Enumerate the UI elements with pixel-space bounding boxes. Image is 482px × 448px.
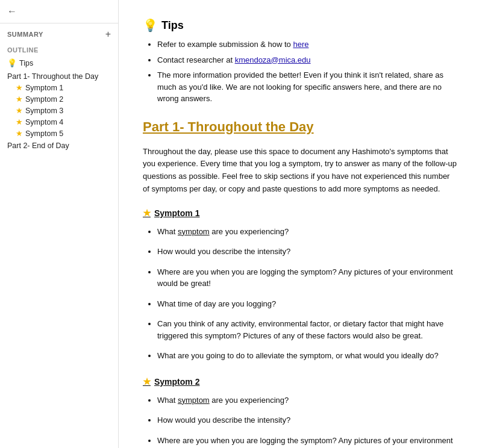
sidebar-part2-label[interactable]: Part 2- End of Day bbox=[7, 139, 111, 151]
symptom1-q4: What time of day are you logging? bbox=[157, 298, 458, 310]
star-icon: ★ bbox=[16, 95, 23, 104]
tips-item-1: Refer to example submission & how to her… bbox=[157, 39, 458, 51]
email-link[interactable]: kmendoza@mica.edu bbox=[235, 55, 311, 64]
symptom1-heading: ★ Symptom 1 bbox=[143, 208, 458, 219]
star-icon: ★ bbox=[16, 83, 23, 92]
symptom1-q5: Can you think of any activity, environme… bbox=[157, 318, 458, 341]
sidebar-item-symptom5[interactable]: ★ Symptom 5 bbox=[16, 128, 111, 139]
sidebar-item-symptom1[interactable]: ★ Symptom 1 bbox=[16, 82, 111, 93]
star-icon: ★ bbox=[16, 117, 23, 126]
tips-list: Refer to example submission & how to her… bbox=[143, 39, 458, 105]
outline-label: OUTLINE bbox=[7, 46, 111, 54]
sidebar-part1-label[interactable]: Part 1- Throughout the Day bbox=[7, 70, 111, 82]
summary-label: SUMMARY bbox=[7, 31, 43, 38]
tips-item-2: Contact researcher at kmendoza@mica.edu bbox=[157, 54, 458, 66]
symptom1-star-icon: ★ bbox=[143, 208, 151, 219]
symptom2-heading: ★ Symptom 2 bbox=[143, 376, 458, 387]
back-button[interactable]: ← bbox=[7, 6, 17, 17]
symptom1-q3: Where are you when you are logging the s… bbox=[157, 266, 458, 290]
main-content: 💡 Tips Refer to example submission & how… bbox=[119, 0, 482, 448]
symptom2-q2: How would you describe the intensity? bbox=[157, 414, 458, 426]
symptom2-q1: What symptom are you experiencing? bbox=[157, 394, 458, 406]
here-link[interactable]: here bbox=[293, 40, 308, 49]
symptom2-questions: What symptom are you experiencing? How w… bbox=[143, 394, 458, 448]
bulb-icon: 💡 bbox=[7, 58, 17, 67]
part1-heading: Part 1- Throughout the Day bbox=[143, 119, 458, 137]
symptom2-q3: Where are you when you are logging the s… bbox=[157, 435, 458, 448]
part1-description: Throughout the day, please use this spac… bbox=[143, 146, 458, 196]
sidebar-top: ← bbox=[0, 0, 118, 23]
sidebar-item-symptom2[interactable]: ★ Symptom 2 bbox=[16, 93, 111, 105]
symptom-list: ★ Symptom 1 ★ Symptom 2 ★ Symptom 3 ★ Sy… bbox=[7, 82, 111, 139]
tips-item-3: The more information provided the better… bbox=[157, 69, 458, 105]
symptom1-questions: What symptom are you experiencing? How w… bbox=[143, 226, 458, 362]
tips-heading: 💡 Tips bbox=[143, 18, 458, 33]
symptom1-q1: What symptom are you experiencing? bbox=[157, 226, 458, 238]
sidebar-item-tips[interactable]: 💡 Tips bbox=[7, 57, 111, 70]
sidebar: ← SUMMARY + OUTLINE 💡 Tips Part 1- Throu… bbox=[0, 0, 119, 448]
outline-section: OUTLINE 💡 Tips Part 1- Throughout the Da… bbox=[0, 43, 118, 154]
add-button[interactable]: + bbox=[105, 30, 111, 39]
symptom2-star-icon: ★ bbox=[143, 376, 151, 387]
tips-bulb-icon: 💡 bbox=[143, 18, 158, 33]
summary-section: SUMMARY + bbox=[0, 23, 118, 43]
star-icon: ★ bbox=[16, 129, 23, 138]
sidebar-item-symptom4[interactable]: ★ Symptom 4 bbox=[16, 116, 111, 128]
symptom1-q2: How would you describe the intensity? bbox=[157, 246, 458, 258]
star-icon: ★ bbox=[16, 106, 23, 115]
symptom1-q6: What are you going to do to alleviate th… bbox=[157, 350, 458, 362]
sidebar-item-symptom3[interactable]: ★ Symptom 3 bbox=[16, 105, 111, 116]
